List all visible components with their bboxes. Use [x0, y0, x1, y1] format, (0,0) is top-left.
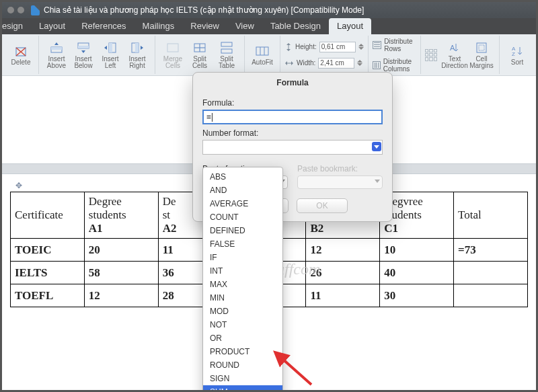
paste-bookmark-label: Paste bookmark: — [297, 164, 383, 173]
dd-item-if[interactable]: IF — [203, 251, 282, 264]
insert-left-icon — [103, 40, 118, 55]
distribute-cols-button[interactable]: Distribute Columns — [373, 56, 416, 74]
cell-margins-button[interactable]: Cell Margins — [468, 36, 495, 74]
titlebar: Chia sẻ tài liệu và phương pháp học IELT… — [2, 2, 536, 18]
dd-item-sign[interactable]: SIGN — [203, 372, 282, 385]
tab-review[interactable]: Review — [182, 18, 227, 34]
window-controls[interactable] — [7, 7, 24, 13]
chevron-down-icon — [375, 180, 380, 183]
tab-design[interactable]: esign — [2, 18, 31, 34]
tab-layout[interactable]: Layout — [31, 18, 73, 34]
ok-button[interactable]: OK — [297, 198, 348, 213]
insert-below-icon — [76, 40, 91, 55]
dd-item-average[interactable]: AVERAGE — [203, 197, 282, 210]
number-format-input[interactable] — [202, 140, 383, 155]
height-row: Height: 0,61 cm — [284, 40, 364, 54]
sort-icon: AZ — [510, 44, 525, 58]
dd-item-round[interactable]: ROUND — [203, 358, 282, 372]
insert-below-button[interactable]: Insert Below — [70, 36, 97, 74]
svg-rect-16 — [221, 49, 232, 53]
insert-left-button[interactable]: Insert Left — [97, 36, 124, 74]
formula-label: Formula: — [202, 98, 383, 108]
header-certificate[interactable]: Certificate — [11, 192, 85, 239]
delete-icon — [13, 44, 28, 58]
svg-rect-6 — [78, 46, 89, 48]
dd-item-sum[interactable]: SUM — [203, 385, 282, 392]
annotation-arrow — [278, 354, 318, 390]
sort-button[interactable]: AZ Sort — [504, 36, 531, 74]
merge-cells-button[interactable]: Merge Cells — [159, 36, 186, 74]
svg-text:A: A — [450, 44, 455, 52]
dd-item-or[interactable]: OR — [203, 331, 282, 345]
autofit-icon — [255, 44, 270, 58]
svg-text:Z: Z — [512, 51, 515, 57]
cell-margins-icon — [474, 40, 489, 55]
distribute-rows-icon — [373, 41, 382, 49]
dd-item-max[interactable]: MAX — [203, 278, 282, 291]
dd-item-product[interactable]: PRODUCT — [203, 345, 282, 358]
header-a1[interactable]: DegreestudentsA1 — [84, 192, 158, 239]
svg-rect-4 — [51, 47, 62, 50]
paste-bookmark-select — [297, 175, 383, 189]
split-cells-button[interactable]: Split Cells — [186, 36, 213, 74]
svg-rect-15 — [221, 42, 232, 46]
tab-view[interactable]: View — [227, 18, 262, 34]
alignment-grid[interactable] — [425, 49, 437, 61]
dd-item-mod[interactable]: MOD — [203, 305, 282, 318]
dd-item-abs[interactable]: ABS — [203, 170, 282, 184]
svg-rect-11 — [167, 44, 178, 52]
dialog-title: Formula — [193, 73, 392, 91]
distribute-cols-icon — [373, 61, 381, 69]
dd-item-defined[interactable]: DEFINED — [203, 224, 282, 237]
paste-function-dropdown: ABS AND AVERAGE COUNT DEFINED FALSE IF I… — [202, 167, 283, 392]
insert-above-icon — [49, 40, 64, 55]
dd-item-not[interactable]: NOT — [203, 318, 282, 331]
document-icon — [31, 5, 40, 15]
dd-item-and[interactable]: AND — [203, 184, 282, 197]
height-icon — [284, 42, 293, 52]
tab-references[interactable]: References — [73, 18, 134, 34]
distribute-rows-button[interactable]: Distribute Rows — [373, 36, 416, 54]
dd-item-min[interactable]: MIN — [203, 291, 282, 305]
height-stepper[interactable] — [358, 44, 364, 50]
document-title: Chia sẻ tài liệu và phương pháp học IELT… — [44, 5, 364, 15]
number-format-dropdown-icon[interactable] — [372, 142, 381, 151]
dd-item-count[interactable]: COUNT — [203, 210, 282, 224]
insert-above-button[interactable]: Insert Above — [43, 36, 70, 74]
close-dot[interactable] — [7, 7, 14, 13]
insert-right-button[interactable]: Insert Right — [124, 36, 151, 74]
ribbon: Delete Insert Above Insert Below Insert … — [2, 34, 536, 76]
width-row: Width: 2,41 cm — [284, 56, 362, 70]
formula-input[interactable]: = — [202, 110, 383, 124]
header-total[interactable]: Total — [454, 192, 528, 239]
tab-mailings[interactable]: Mailings — [134, 18, 183, 34]
text-direction-button[interactable]: A Text Direction — [441, 36, 468, 74]
number-format-label: Number format: — [202, 128, 383, 138]
width-input[interactable]: 2,41 cm — [318, 58, 354, 69]
split-table-icon — [219, 40, 234, 55]
split-table-button[interactable]: Split Table — [213, 36, 240, 74]
svg-line-27 — [281, 358, 311, 385]
dd-item-false[interactable]: FALSE — [203, 237, 282, 251]
autofit-button[interactable]: AutoFit — [249, 36, 276, 74]
delete-button[interactable]: Delete — [7, 36, 34, 74]
svg-rect-10 — [135, 43, 139, 52]
ribbon-tabs: esign Layout References Mailings Review … — [2, 18, 536, 34]
width-stepper[interactable] — [357, 60, 362, 66]
height-input[interactable]: 0,61 cm — [319, 42, 356, 52]
svg-rect-23 — [477, 43, 486, 52]
tab-table-layout[interactable]: Layout — [329, 18, 371, 34]
svg-rect-17 — [256, 47, 268, 55]
minimize-dot[interactable] — [17, 7, 24, 13]
svg-rect-8 — [109, 43, 112, 52]
merge-cells-icon — [165, 40, 180, 55]
text-direction-icon: A — [447, 40, 462, 55]
dd-item-int[interactable]: INT — [203, 264, 282, 278]
split-cells-icon — [192, 40, 207, 55]
svg-rect-24 — [479, 45, 484, 50]
width-icon — [284, 59, 294, 67]
insert-right-icon — [130, 40, 145, 55]
tab-table-design[interactable]: Table Design — [262, 18, 329, 34]
